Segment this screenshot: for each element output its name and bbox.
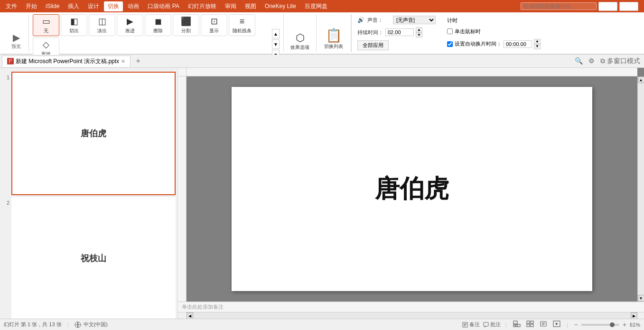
effect-random-label: 随机线条 bbox=[233, 28, 252, 34]
slide-2-text: 祝枝山 bbox=[81, 253, 106, 264]
effect-random[interactable]: ≡ 随机线条 bbox=[229, 14, 255, 36]
effect-push[interactable]: ▶ 推进 bbox=[117, 14, 143, 36]
zoom-in-button[interactable]: ＋ bbox=[621, 321, 628, 329]
slide-canvas-wrap[interactable]: 唐伯虎 bbox=[187, 76, 637, 302]
scrollbar-left[interactable]: ◀ bbox=[187, 312, 193, 319]
doc-tab[interactable]: 🅿 新建 Microsoft PowerPoint 演示文稿.pptx ✕ bbox=[2, 56, 131, 67]
menu-onekey[interactable]: OneKey Lite bbox=[261, 2, 300, 10]
menu-baidu[interactable]: 百度网盘 bbox=[301, 1, 331, 11]
effect-shape-icon: ◇ bbox=[43, 39, 49, 50]
reading-view-icon bbox=[540, 321, 547, 327]
effect-scroll-more[interactable]: ▼ bbox=[272, 39, 280, 49]
zoom-slider[interactable] bbox=[581, 324, 619, 326]
normal-view-button[interactable] bbox=[512, 321, 522, 329]
effect-cut-icon: ◧ bbox=[70, 16, 78, 27]
effect-push-label: 推进 bbox=[125, 28, 135, 34]
search-tab-button[interactable]: 🔍 bbox=[573, 56, 585, 66]
menu-slideshow[interactable]: 幻灯片放映 bbox=[184, 1, 220, 11]
sound-select[interactable]: [无声音] bbox=[393, 16, 436, 24]
ribbon-group-effects: ▭ 无 ◧ 切出 ◫ 淡出 ▶ 推进 bbox=[29, 14, 284, 52]
scrollbar-down[interactable]: ▼ bbox=[638, 295, 644, 302]
menu-islide[interactable]: iSlide bbox=[42, 2, 63, 10]
svg-rect-13 bbox=[531, 321, 533, 323]
effect-wipe[interactable]: ◼ 擦除 bbox=[145, 14, 171, 36]
menu-view[interactable]: 视图 bbox=[241, 1, 260, 11]
auto-switch-input[interactable] bbox=[504, 40, 532, 48]
v-scrollbar[interactable]: ▲ ▼ bbox=[637, 76, 644, 302]
duration-spinners: ▲ ▼ bbox=[416, 27, 422, 38]
duration-input[interactable] bbox=[385, 28, 414, 36]
slide-canvas: 唐伯虎 bbox=[232, 87, 592, 291]
effect-cut[interactable]: ◧ 切出 bbox=[61, 14, 87, 36]
slide-info: 幻灯片 第 1 张，共 13 张 bbox=[4, 321, 62, 328]
comments-button[interactable]: 批注 bbox=[483, 321, 501, 328]
multiwindow-button[interactable]: ⧉ 多窗口模式 bbox=[598, 56, 642, 66]
effect-options-button[interactable]: ⬡ 效果选项 bbox=[288, 32, 312, 52]
auto-switch-row: 设置自动换片时间： ▲ ▼ bbox=[447, 39, 541, 49]
slide-2-container: 2 祝枝山 bbox=[2, 197, 176, 319]
new-tab-button[interactable]: ＋ bbox=[131, 55, 146, 67]
mouse-click-label: 单击鼠标时 bbox=[455, 28, 481, 35]
scrollbar-up[interactable]: ▲ bbox=[638, 76, 644, 83]
effect-wipe-label: 擦除 bbox=[153, 28, 163, 34]
slide-2-number: 2 bbox=[2, 197, 9, 206]
menu-transition[interactable]: 切换 bbox=[104, 1, 123, 11]
notes-button[interactable]: 备注 bbox=[462, 321, 480, 328]
ribbon-group-preview: ▶ 预览 bbox=[4, 14, 29, 52]
menu-animation[interactable]: 动画 bbox=[124, 1, 143, 11]
effect-none[interactable]: ▭ 无 bbox=[33, 14, 59, 36]
auto-switch-up[interactable]: ▲ bbox=[534, 39, 541, 44]
effect-options-icon: ⬡ bbox=[296, 33, 305, 43]
effect-cut-label: 切出 bbox=[69, 28, 79, 34]
svg-rect-14 bbox=[527, 324, 530, 327]
menu-start[interactable]: 开始 bbox=[22, 1, 41, 11]
settings-tab-button[interactable]: ⚙ bbox=[587, 56, 597, 66]
effects-grid: ▭ 无 ◧ 切出 ◫ 淡出 ▶ 推进 bbox=[33, 14, 270, 59]
slide-viewport: 唐伯虎 ▲ ▼ bbox=[178, 76, 644, 302]
scrollbar-track-v[interactable] bbox=[638, 83, 644, 295]
mouse-click-checkbox[interactable] bbox=[447, 28, 453, 34]
effect-options-label: 效果选项 bbox=[290, 44, 309, 51]
scrollbar-right[interactable]: ▶ bbox=[631, 312, 637, 319]
slideshow-button[interactable] bbox=[551, 321, 562, 329]
effect-fade[interactable]: ◫ 淡出 bbox=[89, 14, 115, 36]
effect-show[interactable]: ⊡ 显示 bbox=[201, 14, 227, 36]
duration-up[interactable]: ▲ bbox=[416, 27, 422, 32]
menu-bar: 文件 开始 iSlide 插入 设计 切换 动画 口袋动画 PA 幻灯片放映 审… bbox=[0, 0, 644, 12]
login-button[interactable]: 登录 bbox=[598, 2, 617, 11]
auto-switch-down[interactable]: ▼ bbox=[534, 44, 541, 49]
menu-design[interactable]: 设计 bbox=[84, 1, 103, 11]
slide-2-thumb[interactable]: 祝枝山 bbox=[11, 197, 176, 319]
auto-switch-checkbox[interactable] bbox=[447, 41, 453, 47]
switch-table-button[interactable]: 📋 切换列表 bbox=[320, 26, 347, 52]
menu-pocket-anim[interactable]: 口袋动画 PA bbox=[144, 1, 183, 11]
slide-sorter-button[interactable] bbox=[525, 321, 535, 329]
reading-view-button[interactable] bbox=[538, 321, 549, 329]
apply-all-button[interactable]: 全部应用 bbox=[357, 40, 389, 50]
effect-scroll-up[interactable]: ▲ bbox=[272, 29, 280, 38]
slide-1-thumb[interactable]: 唐伯虎 bbox=[11, 72, 176, 195]
ruler-v-svg bbox=[178, 76, 187, 302]
svg-rect-12 bbox=[527, 321, 530, 323]
duration-down[interactable]: ▼ bbox=[416, 32, 422, 38]
notes-label: 备注 bbox=[469, 321, 480, 328]
ruler-h-svg bbox=[187, 68, 637, 76]
timing-section-label: 计时 bbox=[447, 17, 541, 24]
zoom-controls: － ＋ 61% bbox=[573, 321, 640, 329]
auto-switch-label: 设置自动换片时间： bbox=[455, 40, 502, 47]
tab-close-button[interactable]: ✕ bbox=[121, 58, 125, 65]
search-input[interactable] bbox=[521, 2, 597, 10]
share-button[interactable]: 共享 bbox=[619, 2, 638, 11]
timing-panel: 🔊 声音： [无声音] 持续时间： ▲ ▼ 全部应用 bbox=[351, 14, 441, 52]
menu-file[interactable]: 文件 bbox=[2, 1, 21, 11]
menu-review[interactable]: 审阅 bbox=[221, 1, 240, 11]
effect-split[interactable]: ⬛ 分割 bbox=[173, 14, 199, 36]
preview-button[interactable]: ▶ 预览 bbox=[8, 30, 25, 52]
status-section: 备注 批注 | | － ＋ 61% bbox=[462, 321, 640, 329]
scrollbar-track-h[interactable] bbox=[193, 312, 631, 319]
note-bar[interactable]: 单击此处添加备注 bbox=[178, 302, 644, 312]
zoom-thumb[interactable] bbox=[610, 322, 615, 327]
menu-insert[interactable]: 插入 bbox=[64, 1, 83, 11]
ruler-corner bbox=[178, 68, 187, 76]
zoom-out-button[interactable]: － bbox=[573, 321, 579, 329]
